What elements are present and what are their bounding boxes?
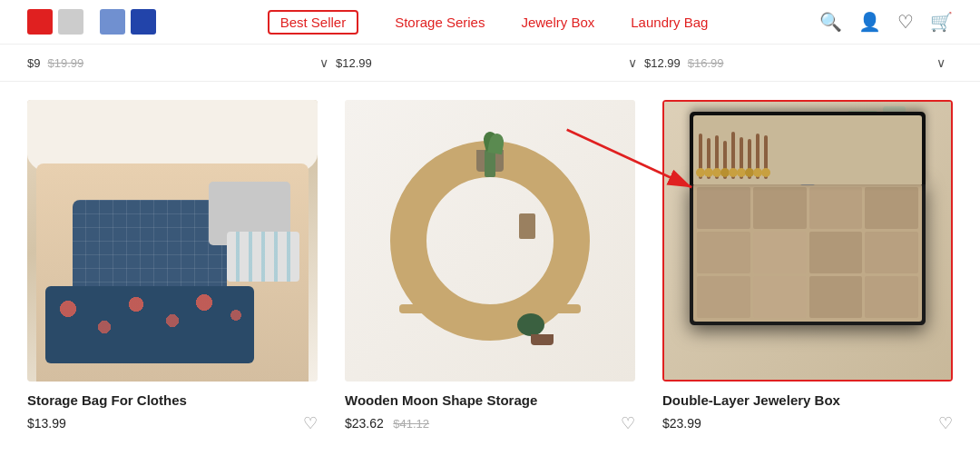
product-price-2: $23.99 bbox=[662, 416, 701, 431]
lid-interior bbox=[693, 115, 922, 184]
search-icon[interactable]: 🔍 bbox=[819, 11, 842, 33]
cart-icon[interactable]: 🛒 bbox=[930, 11, 953, 33]
product-name-2: Double-Layer Jewelery Box bbox=[662, 392, 953, 408]
product-card-2[interactable]: Double-Layer Jewelery Box $23.99 ♡ bbox=[662, 100, 953, 439]
wishlist-btn-1[interactable]: ♡ bbox=[621, 413, 635, 433]
chevron-0[interactable]: ∨ bbox=[312, 52, 336, 74]
moon-circle bbox=[390, 141, 590, 341]
chevron-1[interactable]: ∨ bbox=[621, 52, 644, 74]
product-price-1: $23.62 bbox=[345, 416, 384, 431]
product-price-row-2: $23.99 ♡ bbox=[662, 413, 953, 433]
logo bbox=[27, 9, 156, 35]
product-image-0 bbox=[27, 100, 318, 382]
jewelry-box-body bbox=[690, 180, 926, 325]
header-icons: 🔍 👤 ♡ 🛒 bbox=[819, 11, 953, 33]
product-info-2: Double-Layer Jewelery Box $23.99 ♡ bbox=[662, 382, 953, 439]
price-old-0: $19.99 bbox=[47, 56, 83, 70]
product-price-0: $13.99 bbox=[27, 416, 66, 431]
header: Best Seller Storage Series Jewelry Box L… bbox=[0, 0, 980, 45]
bag-stripe bbox=[227, 232, 299, 282]
jewelry-box-lid bbox=[690, 112, 926, 184]
logo-blue-light bbox=[100, 9, 125, 35]
nav-storage-series[interactable]: Storage Series bbox=[395, 15, 485, 30]
price-old-2: $16.99 bbox=[688, 56, 724, 70]
wishlist-btn-2[interactable]: ♡ bbox=[938, 413, 953, 433]
products-section: Storage Bag For Clothes $13.99 ♡ bbox=[0, 82, 980, 456]
product-price-row-0: $13.99 ♡ bbox=[27, 413, 318, 433]
product-card-0[interactable]: Storage Bag For Clothes $13.99 ♡ bbox=[27, 100, 318, 439]
product-price-old-1: $41.12 bbox=[393, 417, 429, 431]
nav: Best Seller Storage Series Jewelry Box L… bbox=[268, 10, 709, 35]
nav-best-seller[interactable]: Best Seller bbox=[268, 10, 359, 35]
box-interior bbox=[693, 183, 922, 322]
account-icon[interactable]: 👤 bbox=[858, 11, 881, 33]
product-info-1: Wooden Moon Shape Storage $23.62 $41.12 … bbox=[345, 382, 635, 439]
jewelry-scene bbox=[664, 102, 951, 380]
price-cell-2: $12.99 $16.99 ∨ bbox=[644, 45, 953, 81]
product-image-1 bbox=[345, 100, 635, 382]
wishlist-icon[interactable]: ♡ bbox=[897, 11, 914, 33]
price-current-2: $12.99 bbox=[644, 56, 681, 70]
nav-jewelry-box[interactable]: Jewelry Box bbox=[521, 15, 594, 30]
bag-scene bbox=[27, 100, 318, 382]
price-cell-0: $9 $19.99 ∨ bbox=[27, 45, 336, 81]
price-row: $9 $19.99 ∨ $12.99 ∨ $12.99 $16.99 ∨ bbox=[0, 45, 980, 82]
nav-laundry-bag[interactable]: Laundry Bag bbox=[631, 15, 708, 30]
product-card-1[interactable]: Wooden Moon Shape Storage $23.62 $41.12 … bbox=[345, 100, 635, 439]
logo-gray bbox=[58, 9, 83, 35]
logo-blue-dark bbox=[131, 9, 156, 35]
product-name-0: Storage Bag For Clothes bbox=[27, 392, 318, 408]
wishlist-btn-0[interactable]: ♡ bbox=[303, 413, 318, 433]
price-current-0: $9 bbox=[27, 56, 40, 70]
product-info-0: Storage Bag For Clothes $13.99 ♡ bbox=[27, 382, 318, 439]
logo-red bbox=[27, 9, 53, 35]
products-grid: Storage Bag For Clothes $13.99 ♡ bbox=[27, 100, 953, 439]
product-image-2 bbox=[662, 100, 953, 382]
shelf-plank bbox=[399, 304, 581, 313]
price-current-1: $12.99 bbox=[336, 56, 372, 70]
shelf-scene bbox=[345, 100, 635, 382]
price-cell-1: $12.99 ∨ bbox=[336, 45, 644, 81]
chevron-2[interactable]: ∨ bbox=[929, 52, 953, 74]
product-price-row-1: $23.62 $41.12 ♡ bbox=[345, 413, 635, 433]
product-name-1: Wooden Moon Shape Storage bbox=[345, 392, 635, 408]
bag-floral bbox=[45, 286, 254, 363]
